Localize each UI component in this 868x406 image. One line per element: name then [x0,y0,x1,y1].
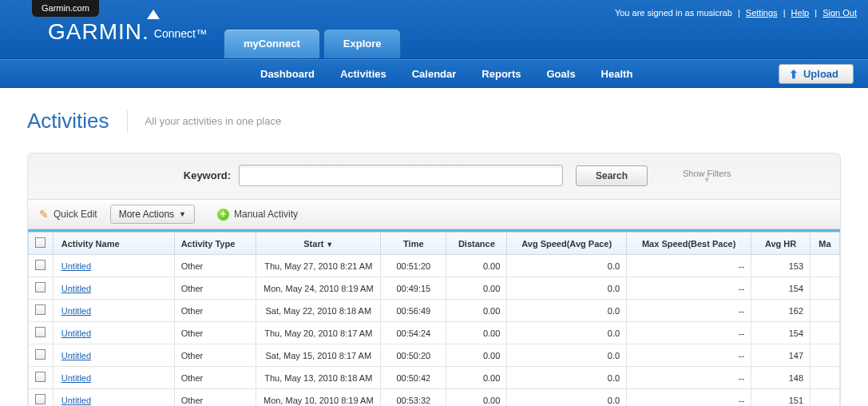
nav-goals[interactable]: Goals [546,68,575,80]
checkbox-icon [35,260,46,270]
settings-link[interactable]: Settings [746,8,778,18]
cell-time: 00:50:20 [381,344,446,367]
cell-time: 00:54:24 [381,322,446,344]
cell-avg-hr: 148 [751,367,811,389]
table-header-row: Activity Name Activity Type Start▼ Time … [29,233,840,255]
checkbox-icon [35,237,46,248]
cell-activity-name: Untitled [53,322,174,344]
page-heading: Activities All your activities in one pl… [27,109,841,133]
sort-desc-icon: ▼ [326,241,333,249]
keyword-label: Keyword: [28,169,239,181]
main-tabs: myConnect Explore [224,29,404,58]
logo[interactable]: GARMIN. Connect™ [48,19,207,45]
cell-avg-speed: 0.0 [507,300,627,322]
row-checkbox-cell[interactable] [29,277,54,300]
table-row: UntitledOtherMon, May 10, 2010 8:19 AM00… [29,389,840,407]
tab-myconnect[interactable]: myConnect [224,29,320,58]
upload-button[interactable]: ⬆ Upload [779,64,854,84]
activity-link[interactable]: Untitled [61,351,91,360]
row-checkbox-cell[interactable] [29,344,54,367]
col-start[interactable]: Start▼ [256,233,381,255]
cell-ma-truncated [811,300,840,322]
activity-link[interactable]: Untitled [61,373,91,383]
show-filters-toggle[interactable]: Show Filters ▼ [683,169,731,182]
cell-avg-speed: 0.0 [507,277,627,300]
table-toolbar: ✎ Quick Edit More Actions ▼ + Manual Act… [28,199,840,229]
help-link[interactable]: Help [791,8,810,18]
chevron-down-icon: ▼ [683,178,731,182]
search-row: Keyword: Search Show Filters ▼ [28,165,840,199]
manual-activity-button[interactable]: + Manual Activity [217,209,298,221]
caret-down-icon: ▼ [179,210,186,218]
col-activity-type[interactable]: Activity Type [174,233,256,255]
table-row: UntitledOtherThu, May 20, 2010 8:17 AM00… [29,322,840,344]
pencil-icon: ✎ [39,208,49,221]
tab-explore[interactable]: Explore [323,29,402,58]
activities-table: Activity Name Activity Type Start▼ Time … [28,232,840,406]
cell-activity-type: Other [174,344,256,367]
col-max-speed[interactable]: Max Speed(Best Pace) [627,233,751,255]
content-box: Keyword: Search Show Filters ▼ ✎ Quick E… [27,153,841,406]
nav-activities[interactable]: Activities [340,68,386,80]
col-select-all[interactable] [29,233,54,255]
col-time[interactable]: Time [381,233,446,255]
user-links: You are signed in as musicrab | Settings… [615,8,857,18]
cell-time: 00:53:32 [381,389,446,407]
table-row: UntitledOtherMon, May 24, 2010 8:19 AM00… [29,277,840,300]
cell-time: 00:49:15 [381,277,446,300]
activity-link[interactable]: Untitled [61,284,91,293]
cell-start: Thu, May 20, 2010 8:17 AM [256,322,381,344]
row-checkbox-cell[interactable] [29,300,54,322]
nav-reports[interactable]: Reports [482,68,521,80]
row-checkbox-cell[interactable] [29,389,54,407]
col-distance[interactable]: Distance [446,233,507,255]
cell-start: Thu, May 27, 2010 8:21 AM [256,255,381,277]
keyword-input[interactable] [239,165,563,186]
col-ma-truncated[interactable]: Ma [811,233,840,255]
activity-link[interactable]: Untitled [61,328,91,338]
cell-ma-truncated [811,344,840,367]
cell-avg-hr: 151 [751,389,811,407]
col-avg-speed[interactable]: Avg Speed(Avg Pace) [507,233,627,255]
cell-max-speed: -- [627,367,751,389]
table-row: UntitledOtherSat, May 15, 2010 8:17 AM00… [29,344,840,367]
row-checkbox-cell[interactable] [29,367,54,389]
row-checkbox-cell[interactable] [29,322,54,344]
activity-link[interactable]: Untitled [61,261,91,271]
nav-dashboard[interactable]: Dashboard [260,68,315,80]
col-activity-name[interactable]: Activity Name [53,233,174,255]
cell-distance: 0.00 [446,389,507,407]
cell-ma-truncated [811,277,840,300]
heading-divider [127,110,128,133]
search-button[interactable]: Search [576,165,648,186]
signout-link[interactable]: Sign Out [822,8,857,18]
col-avg-hr[interactable]: Avg HR [751,233,811,255]
cell-start: Mon, May 24, 2010 8:19 AM [256,277,381,300]
cell-avg-hr: 147 [751,344,811,367]
cell-avg-speed: 0.0 [507,389,627,407]
cell-start: Thu, May 13, 2010 8:18 AM [256,367,381,389]
cell-activity-type: Other [174,255,256,277]
cell-max-speed: -- [627,389,751,407]
row-checkbox-cell[interactable] [29,255,54,277]
activity-link[interactable]: Untitled [61,306,91,316]
upload-label: Upload [803,68,838,80]
activity-link[interactable]: Untitled [61,396,91,405]
cell-distance: 0.00 [446,344,507,367]
nav-calendar[interactable]: Calendar [412,68,457,80]
nav-health[interactable]: Health [601,68,633,80]
quick-edit-button[interactable]: ✎ Quick Edit [39,208,97,221]
more-actions-dropdown[interactable]: More Actions ▼ [110,205,195,224]
cell-start: Sat, May 22, 2010 8:18 AM [256,300,381,322]
cell-start: Sat, May 15, 2010 8:17 AM [256,344,381,367]
logo-sub-text: Connect™ [154,27,207,40]
cell-distance: 0.00 [446,255,507,277]
garmin-com-tab[interactable]: Garmin.com [32,0,99,17]
cell-activity-name: Untitled [53,367,174,389]
cell-distance: 0.00 [446,277,507,300]
cell-avg-speed: 0.0 [507,367,627,389]
cell-avg-speed: 0.0 [507,344,627,367]
cell-activity-name: Untitled [53,255,174,277]
cell-avg-hr: 154 [751,277,811,300]
table-row: UntitledOtherSat, May 22, 2010 8:18 AM00… [29,300,840,322]
